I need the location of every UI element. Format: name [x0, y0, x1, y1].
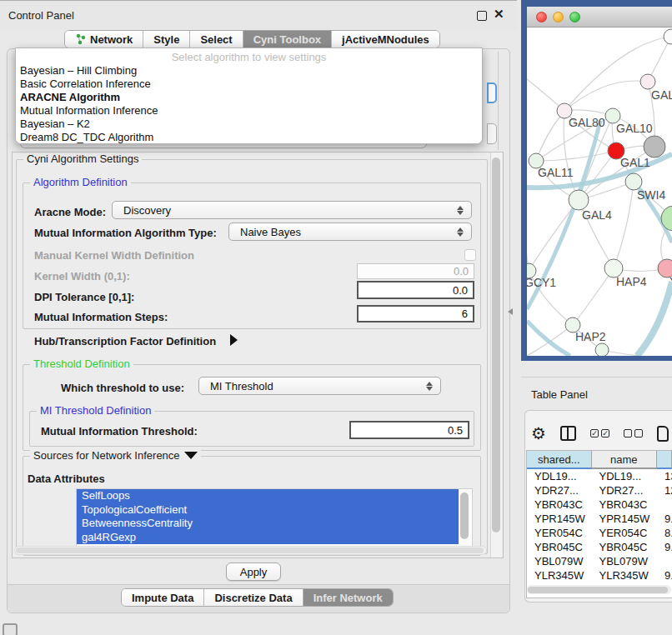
gear-icon[interactable]: ⚙	[531, 425, 546, 442]
column-header[interactable]	[657, 451, 672, 469]
algorithm-option[interactable]: Mutual Information Inference	[16, 104, 482, 118]
hidden-algorithm-combo-fragment[interactable]	[487, 82, 497, 103]
tab-discretize-data[interactable]: Discretize Data	[204, 589, 303, 606]
columns-icon[interactable]	[560, 426, 576, 441]
table-panel-title: Table Panel	[531, 388, 588, 401]
network-edge-thick[interactable]	[527, 321, 570, 356]
table-row[interactable]: YPR145WYPR145W9.	[527, 512, 672, 526]
column-header[interactable]: name	[592, 451, 658, 469]
algorithm-placeholder: Select algorithm to view settings	[16, 48, 482, 64]
data-attributes-list[interactable]: SelfLoopsTopologicalCoefficientBetweenne…	[76, 488, 473, 547]
data-attribute-item[interactable]: BetweennessCentrality	[77, 517, 459, 531]
apply-button[interactable]: Apply	[226, 562, 281, 581]
kernel-width-field[interactable]: 0.0	[357, 263, 474, 279]
table-row[interactable]: YLR345WYLR345W9.	[527, 568, 672, 582]
network-view[interactable]: GALGAL80GAL10GAL1GAL11SWI4GAL4GCY1HAP4YH…	[527, 28, 672, 356]
cyni-algorithm-settings-title: Cyni Algorithm Settings	[23, 152, 142, 165]
network-node[interactable]	[595, 343, 609, 356]
unchecked-columns-icon[interactable]	[624, 429, 643, 438]
mi-threshold-label: Mutual Information Threshold:	[41, 425, 198, 438]
table-hscrollbar-thumb[interactable]	[528, 587, 668, 593]
table-row[interactable]: YER054CYER054C8.	[527, 526, 672, 540]
attr-list-scrollbar-thumb[interactable]	[460, 492, 469, 539]
export-table-icon[interactable]	[657, 426, 669, 442]
algorithm-popup-list: Bayesian – Hill ClimbingBasic Correlatio…	[16, 64, 482, 144]
network-node[interactable]	[664, 29, 672, 44]
table-cell: YBL079W	[527, 554, 592, 568]
stepper-icon	[426, 382, 433, 391]
mi-steps-field[interactable]: 6	[357, 305, 474, 322]
node-label: GAL4	[582, 208, 612, 222]
algorithm-option[interactable]: Dream8 DC_TDC Algorithm	[16, 131, 482, 144]
algorithm-option[interactable]: Basic Correlation Inference	[16, 78, 482, 91]
node-label: GCY1	[527, 276, 556, 289]
network-node[interactable]	[644, 136, 665, 158]
mi-threshold-field[interactable]: 0.5	[349, 421, 469, 439]
table-row[interactable]: YBR043CYBR043C	[527, 498, 672, 512]
table-header-row: shared...name	[527, 451, 672, 469]
network-icon	[75, 33, 87, 45]
aracne-mode-label: Aracne Mode:	[34, 206, 106, 218]
algorithm-option[interactable]: Bayesian – Hill Climbing	[16, 64, 482, 78]
settings-scrollbar-thumb[interactable]	[492, 158, 500, 532]
node-label: SWI4	[637, 188, 665, 202]
network-node[interactable]	[640, 74, 655, 89]
tab-network[interactable]: Network	[65, 31, 143, 48]
control-panel-title: Control Panel	[8, 9, 74, 22]
table-cell: 9.	[657, 540, 672, 554]
float-window-icon[interactable]	[477, 11, 487, 21]
network-node[interactable]	[569, 190, 589, 210]
table-cell: 9.	[657, 512, 672, 526]
aracne-mode-combo[interactable]: Discovery	[112, 201, 472, 219]
tab-jactivemnodules[interactable]: jActiveMNodules	[332, 31, 439, 48]
expand-arrow-icon[interactable]	[230, 334, 238, 346]
node-label: GAL10	[616, 122, 653, 135]
zoom-traffic-light[interactable]	[569, 12, 580, 22]
network-node[interactable]	[625, 173, 642, 190]
dpi-tolerance-label: DPI Tolerance [0,1]:	[34, 291, 134, 303]
tab-select[interactable]: Select	[190, 31, 243, 48]
minimize-traffic-light[interactable]	[553, 12, 564, 22]
threshold-definition-title: Threshold Definition	[30, 358, 133, 370]
mi-type-label: Mutual Information Algorithm Type:	[34, 227, 217, 239]
manual-kernel-checkbox[interactable]	[464, 249, 476, 261]
tab-impute-data[interactable]: Impute Data	[122, 589, 204, 606]
corner-panel-button[interactable]	[3, 623, 18, 635]
tab-network-label: Network	[90, 33, 133, 46]
table-cell: 13	[657, 469, 672, 483]
network-edge[interactable]	[573, 268, 614, 325]
network-edge-thick[interactable]	[637, 282, 672, 356]
dpi-tolerance-field[interactable]: 0.0	[357, 281, 474, 299]
data-attribute-item[interactable]: SelfLoops	[77, 489, 459, 503]
settings-hscrollbar-thumb[interactable]	[16, 548, 484, 553]
table-row[interactable]: YBR045CYBR045C9.	[527, 540, 672, 554]
algorithm-option[interactable]: Bayesian – K2	[16, 118, 482, 131]
close-traffic-light[interactable]	[536, 12, 547, 22]
mi-type-combo[interactable]: Naive Bayes	[228, 222, 472, 241]
sources-title-wrap: Sources for Network Inference	[30, 449, 201, 462]
data-attribute-item[interactable]: TopologicalCoefficient	[77, 503, 459, 518]
close-icon[interactable]: ✕	[494, 7, 504, 22]
tab-infer-network[interactable]: Infer Network	[303, 589, 393, 606]
table-cell: YBR043C	[592, 498, 658, 512]
panel-divider-grip[interactable]	[508, 308, 513, 315]
table-cell: YER054C	[592, 526, 658, 540]
table-row[interactable]: YBL079WYBL079W	[527, 554, 672, 568]
collapse-arrow-icon[interactable]	[184, 452, 198, 459]
network-edge[interactable]	[614, 182, 634, 268]
network-svg: GALGAL80GAL10GAL1GAL11SWI4GAL4GCY1HAP4YH…	[527, 28, 672, 356]
table-row[interactable]: YDR27...YDR27...12	[527, 483, 672, 498]
algorithm-option[interactable]: ARACNE Algorithm	[16, 91, 482, 104]
column-header[interactable]: shared...	[527, 451, 592, 469]
network-edge[interactable]	[564, 81, 648, 111]
which-threshold-combo[interactable]: MI Threshold	[198, 377, 441, 395]
tab-cyni-toolbox[interactable]: Cyni Toolbox	[243, 31, 332, 48]
tab-style[interactable]: Style	[143, 31, 190, 48]
checked-columns-icon[interactable]: ✓✓	[590, 429, 609, 438]
network-window-titlebar	[527, 7, 672, 28]
table-row[interactable]: YDL19...YDL19...13	[527, 469, 672, 483]
table-rows: YDL19...YDL19...13YDR27...YDR27...12YBR0…	[527, 469, 672, 586]
data-attribute-item[interactable]: gal4RGexp	[77, 531, 459, 545]
hidden-combo-fragment[interactable]	[487, 123, 497, 144]
network-edge[interactable]	[536, 111, 564, 161]
